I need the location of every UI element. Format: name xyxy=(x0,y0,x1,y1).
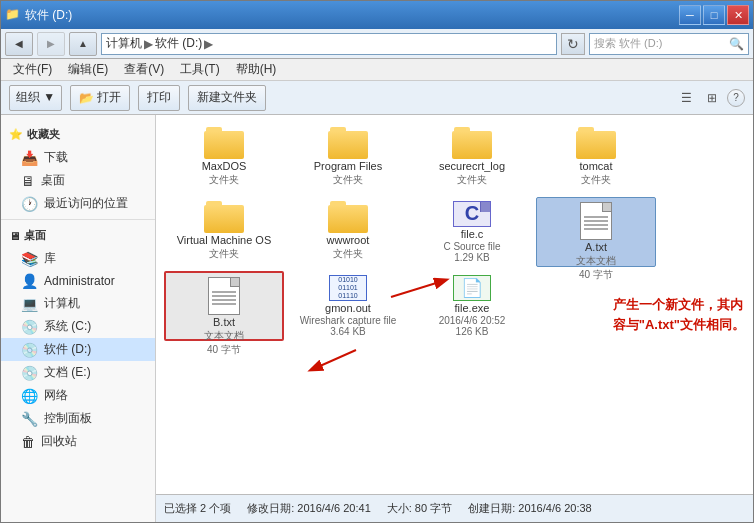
list-item[interactable]: Virtual Machine OS 文件夹 xyxy=(164,197,284,267)
sidebar-item-network[interactable]: 🌐 网络 xyxy=(1,384,155,407)
list-item-btxt[interactable]: B.txt 文本文档 40 字节 xyxy=(164,271,284,341)
desktop-header: 🖥 桌面 xyxy=(1,224,155,247)
window: 📁 软件 (D:) ─ □ ✕ ◀ ▶ ▲ 计算机 ▶ 软件 (D:) ▶ ↻ … xyxy=(0,0,754,523)
sidebar-item-recycle-bin[interactable]: 🗑 回收站 xyxy=(1,430,155,453)
file-detail: Wireshark capture file xyxy=(300,315,397,326)
folder-icon xyxy=(204,201,244,233)
titlebar-buttons: ─ □ ✕ xyxy=(679,5,749,25)
admin-icon: 👤 xyxy=(21,273,38,289)
file-name: Virtual Machine OS xyxy=(177,233,272,247)
desktop-fav-icon: 🖥 xyxy=(21,173,35,189)
file-name: file.c xyxy=(461,227,484,241)
sidebar-item-library[interactable]: 📚 库 xyxy=(1,247,155,270)
refresh-button[interactable]: ↻ xyxy=(561,33,585,55)
sidebar-item-d-drive[interactable]: 💿 软件 (D:) xyxy=(1,338,155,361)
back-button[interactable]: ◀ xyxy=(5,32,33,56)
d-drive-icon: 💿 xyxy=(21,342,38,358)
status-created: 创建日期: 2016/4/6 20:38 xyxy=(468,501,592,516)
list-item[interactable]: Program Files 文件夹 xyxy=(288,123,408,193)
file-name: A.txt xyxy=(585,240,607,254)
file-detail: 2016/4/6 20:52 xyxy=(439,315,506,326)
help-button[interactable]: ? xyxy=(727,89,745,107)
control-panel-icon: 🔧 xyxy=(21,411,38,427)
filelist[interactable]: MaxDOS 文件夹 Program Files 文件夹 securecrt_l… xyxy=(156,115,753,494)
close-button[interactable]: ✕ xyxy=(727,5,749,25)
organize-button[interactable]: 组织 ▼ xyxy=(9,85,62,111)
status-selection: 已选择 2 个项 xyxy=(164,501,231,516)
main-panel: MaxDOS 文件夹 Program Files 文件夹 securecrt_l… xyxy=(156,115,753,522)
file-detail: C Source file xyxy=(443,241,500,252)
list-item[interactable]: C file.c C Source file 1.29 KB xyxy=(412,197,532,267)
list-item[interactable]: 010100110101110 gmon.out Wireshark captu… xyxy=(288,271,408,341)
print-label: 打印 xyxy=(147,89,171,106)
sidebar-divider-1 xyxy=(1,219,155,220)
toolbar-right: ☰ ⊞ ? xyxy=(675,87,745,109)
download-icon: 📥 xyxy=(21,150,38,166)
view-icons-button[interactable]: ⊞ xyxy=(701,87,723,109)
list-item[interactable]: tomcat 文件夹 xyxy=(536,123,656,193)
filelist-inner: MaxDOS 文件夹 Program Files 文件夹 securecrt_l… xyxy=(164,123,745,341)
list-item[interactable]: 📄 file.exe 2016/4/6 20:52 126 KB xyxy=(412,271,532,341)
recent-icon: 🕐 xyxy=(21,196,38,212)
minimize-button[interactable]: ─ xyxy=(679,5,701,25)
status-modified: 修改日期: 2016/4/6 20:41 xyxy=(247,501,371,516)
open-label: 打开 xyxy=(97,89,121,106)
desktop-section: 🖥 桌面 📚 库 👤 Administrator 💻 计算机 💿 xyxy=(1,224,155,453)
folder-icon xyxy=(328,127,368,159)
open-button[interactable]: 📂 打开 xyxy=(70,85,130,111)
file-detail: 文件夹 xyxy=(209,173,239,187)
sidebar-item-computer[interactable]: 💻 计算机 xyxy=(1,292,155,315)
maximize-button[interactable]: □ xyxy=(703,5,725,25)
txt-file-icon xyxy=(580,202,612,240)
network-icon: 🌐 xyxy=(21,388,38,404)
sidebar-item-control-panel[interactable]: 🔧 控制面板 xyxy=(1,407,155,430)
file-name: securecrt_log xyxy=(439,159,505,173)
new-folder-label: 新建文件夹 xyxy=(197,89,257,106)
toolbar: 组织 ▼ 📂 打开 打印 新建文件夹 ☰ ⊞ ? xyxy=(1,81,753,115)
sidebar-item-desktop-fav[interactable]: 🖥 桌面 xyxy=(1,169,155,192)
file-name: Program Files xyxy=(314,159,382,173)
view-details-button[interactable]: ☰ xyxy=(675,87,697,109)
print-button[interactable]: 打印 xyxy=(138,85,180,111)
up-button[interactable]: ▲ xyxy=(69,32,97,56)
file-detail: 文件夹 xyxy=(457,173,487,187)
wireshark-icon: 010100110101110 xyxy=(329,275,367,301)
file-name: wwwroot xyxy=(327,233,370,247)
window-icon: 📁 xyxy=(5,7,21,23)
recycle-bin-icon: 🗑 xyxy=(21,434,35,450)
menubar: 文件(F) 编辑(E) 查看(V) 工具(T) 帮助(H) xyxy=(1,59,753,81)
sidebar-item-downloads[interactable]: 📥 下载 xyxy=(1,146,155,169)
new-folder-button[interactable]: 新建文件夹 xyxy=(188,85,266,111)
svg-line-2 xyxy=(311,350,356,370)
address-path[interactable]: 计算机 ▶ 软件 (D:) ▶ xyxy=(101,33,557,55)
list-item[interactable]: securecrt_log 文件夹 xyxy=(412,123,532,193)
menu-file[interactable]: 文件(F) xyxy=(5,59,60,80)
file-detail: 文件夹 xyxy=(333,173,363,187)
organize-label: 组织 ▼ xyxy=(16,89,55,106)
menu-view[interactable]: 查看(V) xyxy=(116,59,172,80)
open-icon: 📂 xyxy=(79,91,94,105)
sidebar-item-c-drive[interactable]: 💿 系统 (C:) xyxy=(1,315,155,338)
file-size: 1.29 KB xyxy=(454,252,490,263)
txt-file-icon-b xyxy=(208,277,240,315)
menu-edit[interactable]: 编辑(E) xyxy=(60,59,116,80)
addressbar: ◀ ▶ ▲ 计算机 ▶ 软件 (D:) ▶ ↻ 搜索 软件 (D:) 🔍 xyxy=(1,29,753,59)
folder-icon xyxy=(328,201,368,233)
breadcrumb-drive[interactable]: 软件 (D:) xyxy=(155,35,202,52)
menu-tools[interactable]: 工具(T) xyxy=(172,59,227,80)
search-box[interactable]: 搜索 软件 (D:) 🔍 xyxy=(589,33,749,55)
list-item[interactable]: MaxDOS 文件夹 xyxy=(164,123,284,193)
list-item[interactable]: wwwroot 文件夹 xyxy=(288,197,408,267)
c-source-icon: C xyxy=(453,201,491,227)
file-size: 40 字节 xyxy=(579,268,613,282)
sidebar-item-e-drive[interactable]: 💿 文档 (E:) xyxy=(1,361,155,384)
sidebar-item-recent[interactable]: 🕐 最近访问的位置 xyxy=(1,192,155,215)
menu-help[interactable]: 帮助(H) xyxy=(228,59,285,80)
library-icon: 📚 xyxy=(21,251,38,267)
file-size: 3.64 KB xyxy=(330,326,366,337)
star-icon: ⭐ xyxy=(9,128,23,141)
forward-button[interactable]: ▶ xyxy=(37,32,65,56)
sidebar-item-admin[interactable]: 👤 Administrator xyxy=(1,270,155,292)
breadcrumb-computer[interactable]: 计算机 xyxy=(106,35,142,52)
list-item-atxt[interactable]: A.txt 文本文档 40 字节 xyxy=(536,197,656,267)
